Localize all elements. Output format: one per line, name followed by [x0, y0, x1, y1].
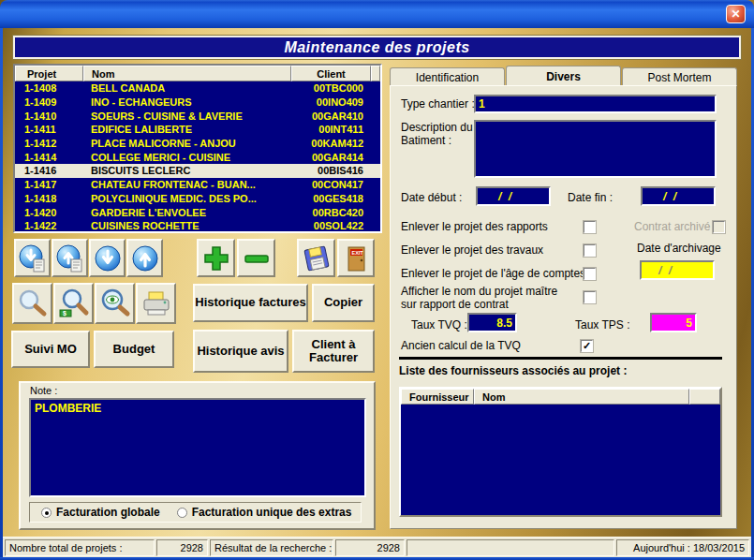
add-project-button[interactable]	[197, 239, 235, 277]
client-a-facturer-label: Client à Facturer	[301, 338, 366, 365]
nav-next-button[interactable]	[89, 239, 126, 277]
enlever-travaux-label: Enlever le projet des travaux	[401, 243, 543, 257]
close-button[interactable]: ✕	[726, 5, 746, 23]
project-name: BISCUITS LECLERC	[83, 165, 291, 176]
project-row[interactable]: 1-1417 CHATEAU FRONTENAC - BUAN... 00CON…	[15, 178, 380, 192]
description-batiment-textarea[interactable]	[474, 120, 717, 178]
minus-icon	[243, 244, 271, 273]
suivi-mo-button[interactable]: Suivi MO	[11, 331, 90, 368]
date-archivage-input[interactable]: / /	[640, 260, 715, 280]
project-row[interactable]: 1-1408 BELL CANADA 00TBC000	[15, 81, 380, 96]
project-name: BELL CANADA	[83, 82, 291, 94]
project-name: PLACE MALICORNE - ANJOU	[83, 138, 291, 149]
taux-tvq-label: Taux TVQ :	[411, 318, 467, 332]
project-row[interactable]: 1-1410 SOEURS - CUISINE & LAVERIE 00GAR4…	[15, 109, 380, 123]
project-number: 1-1412	[15, 138, 83, 149]
project-row[interactable]: 1-1411 EDIFICE LALIBERTE 00INT411	[15, 123, 380, 137]
ancien-calcul-checkbox[interactable]	[581, 340, 593, 352]
project-row[interactable]: 1-1416 BISCUITS LECLERC 00BIS416	[15, 164, 380, 178]
nav-previous-button[interactable]	[126, 239, 163, 277]
project-row[interactable]: 1-1409 INO - ECHANGEURS 00INO409	[15, 96, 380, 110]
project-list-body: 1-1408 BELL CANADA 00TBC000 1-1409 INO -…	[15, 81, 380, 231]
ancien-calcul-label: Ancien calcul de la TVQ	[401, 339, 521, 352]
search-view-button[interactable]	[95, 283, 135, 324]
search-money-button[interactable]: $	[53, 283, 94, 324]
historique-avis-button[interactable]: Historique avis	[193, 330, 288, 373]
tab-page-divers: Type chantier : 1 Description du Batimen…	[390, 85, 737, 529]
eye-search-icon	[99, 287, 131, 319]
project-name: POLYCLINIQUE MEDIC. DES PO...	[83, 193, 291, 204]
client-a-facturer-button[interactable]: Client à Facturer	[292, 330, 375, 373]
column-header-nom[interactable]: Nom	[83, 66, 291, 81]
date-debut-label: Date début :	[401, 191, 462, 204]
project-client: 00KAM412	[291, 138, 371, 149]
column-header-fournisseur-nom[interactable]: Nom	[474, 389, 689, 405]
historique-avis-label: Historique avis	[197, 345, 284, 358]
nav-first-with-doc-icon	[55, 243, 85, 273]
copier-button[interactable]: Copier	[312, 284, 375, 322]
tab-post-mortem[interactable]: Post Mortem	[622, 67, 737, 86]
project-number: 1-1410	[15, 111, 83, 122]
project-row[interactable]: 1-1418 POLYCLINIQUE MEDIC. DES PO... 00G…	[15, 192, 380, 206]
taux-tps-input[interactable]: 5	[650, 313, 697, 332]
type-chantier-label: Type chantier :	[401, 97, 475, 111]
type-chantier-input[interactable]: 1	[474, 95, 717, 113]
project-row[interactable]: 1-1412 PLACE MALICORNE - ANJOU 00KAM412	[15, 137, 380, 151]
column-header-fournisseur[interactable]: Fournisseur	[401, 389, 474, 405]
fournisseurs-header: Fournisseur Nom	[401, 389, 720, 405]
enlever-rapports-checkbox[interactable]	[584, 221, 596, 233]
radio-facturation-globale[interactable]: Facturation globale	[41, 506, 160, 519]
project-client: 00TBC000	[291, 82, 371, 94]
project-number: 1-1417	[15, 179, 83, 190]
date-debut-input[interactable]: / /	[476, 186, 551, 206]
project-number: 1-1409	[15, 96, 83, 108]
enlever-age-comptes-checkbox[interactable]	[584, 268, 596, 280]
status-total-label: Nombre total de projets :	[5, 539, 155, 556]
project-name: CHATEAU FRONTENAC - BUAN...	[83, 179, 291, 190]
column-header-client[interactable]: Client	[291, 66, 371, 81]
status-recherche-value: 2928	[335, 539, 405, 556]
nav-last-with-doc-button[interactable]	[14, 239, 51, 277]
tab-divers[interactable]: Divers	[506, 66, 621, 86]
enlever-travaux-checkbox[interactable]	[584, 244, 596, 257]
fournisseurs-title: Liste des fournisseurs associés au proje…	[399, 364, 627, 377]
project-number: 1-1414	[15, 152, 83, 163]
project-number: 1-1411	[15, 124, 83, 135]
historique-factures-button[interactable]: Historique factures	[193, 284, 308, 322]
project-number: 1-1416	[15, 165, 83, 176]
project-row[interactable]: 1-1414 COLLEGE MERICI - CUISINE 00GAR414	[15, 150, 380, 164]
project-client: 00RBC420	[291, 207, 371, 218]
save-button[interactable]	[297, 239, 335, 277]
section-divider	[399, 357, 722, 360]
project-row[interactable]: 1-1422 CUISINES ROCHETTE 00SOL422	[15, 219, 380, 233]
app-window: ✕ Maintenance des projets Projet Nom Cli…	[0, 0, 754, 560]
enlever-rapports-label: Enlever le projet des rapports	[401, 220, 548, 233]
date-fin-input[interactable]: / /	[641, 186, 716, 206]
projet-maitre-checkbox[interactable]	[584, 291, 596, 303]
floppy-disk-icon	[302, 243, 332, 273]
search-button[interactable]	[12, 283, 52, 324]
column-header-stub	[689, 389, 720, 405]
print-button[interactable]	[136, 283, 176, 324]
exit-button[interactable]: EXIT	[337, 239, 375, 277]
project-client: 00CON417	[291, 179, 371, 190]
column-header-projet[interactable]: Projet	[15, 66, 83, 81]
project-number: 1-1408	[15, 82, 83, 94]
remove-project-button[interactable]	[237, 239, 275, 277]
project-name: GARDERIE L'ENVOLEE	[83, 207, 291, 218]
nav-last-with-doc-icon	[18, 243, 48, 273]
project-name: COLLEGE MERICI - CUISINE	[83, 152, 291, 163]
tab-identification[interactable]: Identification	[390, 67, 505, 86]
budget-button[interactable]: Budget	[94, 331, 174, 368]
printer-icon	[140, 287, 172, 319]
project-row[interactable]: 1-1420 GARDERIE L'ENVOLEE 00RBC420	[15, 205, 380, 219]
facturation-unique-label: Facturation unique des extras	[192, 506, 352, 519]
note-textarea[interactable]: PLOMBERIE	[29, 398, 366, 497]
project-name: CUISINES ROCHETTE	[83, 220, 291, 231]
project-name: SOEURS - CUISINE & LAVERIE	[83, 111, 291, 122]
taux-tvq-input[interactable]: 8.5	[467, 313, 517, 332]
enlever-age-comptes-label: Enlever le projet de l'âge de comptes	[401, 267, 585, 280]
nav-first-with-doc-button[interactable]	[52, 239, 88, 277]
radio-icon	[177, 508, 187, 518]
radio-facturation-unique[interactable]: Facturation unique des extras	[177, 506, 352, 519]
